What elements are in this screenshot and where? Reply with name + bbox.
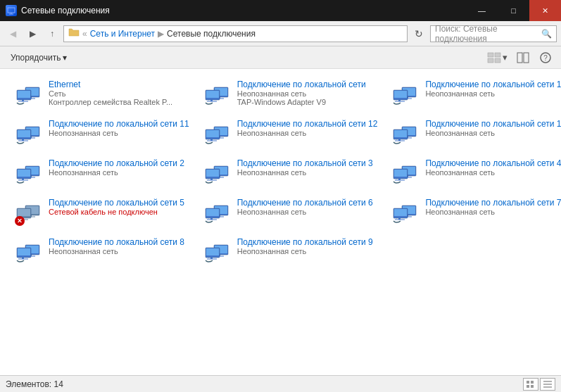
network-item[interactable]: Подключение по локальной сети 12Неопозна… [197,114,384,152]
network-item[interactable]: Подключение по локальной сети 9Неопознан… [197,232,384,270]
organize-label: Упорядочить [11,53,61,63]
title-bar-left: Сетевые подключения [6,5,110,16]
network-item[interactable]: Подключение по локальной сети 7Неопознан… [385,193,561,231]
items-grid: EthernetСетьКонтроллер семейства Realtek… [8,75,553,270]
svg-rect-123 [527,381,529,384]
network-item-info: Подключение по локальной сети 9Неопознан… [237,237,378,255]
toolbar: Упорядочить ▾ ▾ ? [0,46,561,69]
minimize-button[interactable]: — [466,0,498,21]
network-item-icon [391,198,420,226]
network-item[interactable]: EthernetСетьКонтроллер семейства Realtek… [8,75,196,113]
network-item-name: Подключение по локальной сети 10 [425,80,561,89]
svg-rect-48 [206,130,219,137]
forward-button[interactable]: ▶ [24,25,41,42]
network-item[interactable]: Подключение по локальной сетиНеопознанна… [197,75,384,113]
svg-rect-126 [531,385,534,388]
back-button[interactable]: ◀ [4,25,21,42]
close-button[interactable]: ✕ [529,0,561,21]
help-button[interactable]: ? [536,49,555,66]
folder-icon [68,27,80,39]
network-item-type: Неопознанная сеть [237,129,378,137]
svg-rect-4 [495,53,500,57]
network-item[interactable]: Подключение по локальной сети 10Неопозна… [385,75,561,113]
network-item[interactable]: Подключение по локальной сети 3Неопознан… [197,153,384,191]
breadcrumb-arrow: ▶ [158,29,164,39]
network-item-type: Сеть [49,89,189,98]
svg-rect-124 [531,381,534,384]
svg-rect-3 [488,53,493,57]
status-large-view-button[interactable] [523,378,538,391]
network-item-name: Подключение по локальной сети [237,80,378,89]
svg-rect-32 [394,91,407,98]
svg-rect-104 [394,209,407,216]
window-title: Сетевые подключения [21,6,110,15]
view-dropdown-arrow: ▾ [503,52,508,63]
network-item[interactable]: Подключение по локальной сети 2Неопознан… [8,153,196,191]
network-item-info: Подключение по локальной сети 7Неопознан… [425,198,561,216]
network-item[interactable]: ✕Подключение по локальной сети 5Сетевой … [8,193,196,231]
network-item-type: Неопознанная сеть [49,129,189,137]
network-item-detail: Сетевой кабель не подключен [49,208,189,216]
network-item-name: Подключение по локальной сети 9 [237,237,378,247]
svg-rect-5 [488,58,493,63]
network-item-name: Подключение по локальной сети 5 [49,198,189,208]
svg-text:?: ? [543,54,548,62]
maximize-button[interactable]: □ [498,0,529,21]
view-mode-button[interactable]: ▾ [484,49,510,66]
svg-rect-56 [394,130,407,137]
network-item-info: Подключение по локальной сети 2Неопознан… [49,158,189,177]
network-item-icon [391,119,420,147]
network-item-detail: Контроллер семейства Realtek P... [49,98,189,106]
network-item-type: Неопознанная сеть [425,168,561,177]
network-item-name: Подключение по локальной сети 2 [49,158,189,168]
network-item[interactable]: Подключение по локальной сети 6Неопознан… [197,193,384,231]
network-item-name: Подключение по локальной сети 3 [237,158,378,168]
svg-rect-16 [18,91,30,98]
network-item-name: Подключение по локальной сети 13 [425,119,561,129]
network-item[interactable]: Подключение по локальной сети 11Неопозна… [8,114,196,152]
refresh-button[interactable]: ↻ [410,25,427,42]
network-item-name: Ethernet [49,80,189,89]
network-item[interactable]: Подключение по локальной сети 4Неопознан… [385,153,561,191]
network-item-name: Подключение по локальной сети 6 [237,198,378,208]
network-item-info: Подключение по локальной сетиНеопознанна… [237,80,378,106]
network-item-info: Подключение по локальной сети 11Неопозна… [49,119,189,137]
address-path[interactable]: « Сеть и Интернет ▶ Сетевые подключения [63,25,408,42]
network-item-info: Подключение по локальной сети 13Неопозна… [425,119,561,137]
svg-rect-0 [8,8,15,13]
app-icon [6,5,17,16]
network-item[interactable]: Подключение по локальной сети 13Неопозна… [385,114,561,152]
disconnected-badge: ✕ [15,216,25,226]
network-item-info: Подключение по локальной сети 5Сетевой к… [49,198,189,216]
network-item-icon [15,237,43,265]
network-item-type: Неопознанная сеть [425,208,561,216]
network-item-icon: ✕ [15,198,43,226]
network-item-info: Подключение по локальной сети 8Неопознан… [49,237,189,255]
svg-rect-80 [394,170,407,177]
search-box[interactable]: Поиск: Сетевые подключения 🔍 [430,25,557,42]
panels-button[interactable] [513,49,533,66]
organize-dropdown-arrow: ▾ [63,53,67,63]
network-item-type: Неопознанная сеть [237,89,378,98]
network-item[interactable]: Подключение по локальной сети 8Неопознан… [8,232,196,270]
network-item-name: Подключение по локальной сети 7 [425,198,561,208]
network-item-icon [203,237,232,265]
up-button[interactable]: ↑ [44,25,61,42]
network-item-type: Неопознанная сеть [425,89,561,98]
svg-rect-7 [517,53,522,63]
status-list-view-button[interactable] [540,378,555,391]
breadcrumb-current: Сетевые подключения [167,29,256,39]
network-item-info: Подключение по локальной сети 10Неопозна… [425,80,561,98]
breadcrumb-network[interactable]: Сеть и Интернет [90,29,155,39]
svg-rect-8 [524,53,529,63]
content-area: EthernetСетьКонтроллер семейства Realtek… [0,69,561,375]
network-item-type: Неопознанная сеть [49,247,189,255]
svg-rect-72 [206,170,219,177]
network-item-info: Подключение по локальной сети 3Неопознан… [237,158,378,177]
network-item-info: Подключение по локальной сети 6Неопознан… [237,198,378,216]
network-item-icon [15,80,43,108]
title-bar: Сетевые подключения — □ ✕ [0,0,561,21]
network-item-icon [391,80,420,108]
organize-button[interactable]: Упорядочить ▾ [6,50,72,65]
network-item-info: EthernetСетьКонтроллер семейства Realtek… [49,80,189,106]
